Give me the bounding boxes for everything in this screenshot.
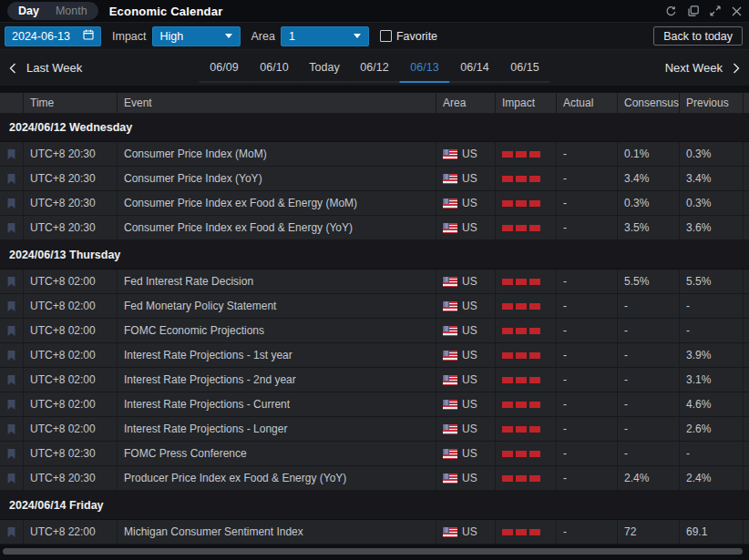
bookmark-cell[interactable]: [0, 319, 23, 342]
week-day-tab[interactable]: 06/14: [450, 58, 500, 83]
impact-bars: [502, 451, 540, 457]
event-name: Interest Rate Projections - Longer: [117, 417, 436, 441]
event-name: Consumer Price Index ex Food & Energy (M…: [117, 191, 436, 215]
event-time: UTC+8 20:30: [23, 466, 117, 490]
expand-icon[interactable]: [710, 5, 721, 16]
impact-bars: [502, 328, 540, 334]
next-week-button[interactable]: Next Week: [665, 61, 740, 75]
bookmark-cell[interactable]: [0, 294, 23, 318]
impact-label: Impact: [112, 30, 147, 43]
us-flag-icon: [443, 473, 457, 484]
event-row[interactable]: UTC+8 02:30 FOMC Press Conference US - -…: [0, 442, 749, 466]
toggle-month[interactable]: Month: [47, 2, 96, 20]
event-name: FOMC Press Conference: [117, 442, 436, 465]
window-controls: [665, 5, 742, 17]
impact-bars: [502, 402, 540, 408]
bookmark-cell[interactable]: [0, 142, 23, 166]
event-area: US: [436, 294, 495, 318]
row-gutter: [743, 294, 749, 318]
header-gutter: [743, 93, 749, 113]
refresh-icon[interactable]: [665, 5, 677, 17]
bookmark-cell[interactable]: [0, 466, 23, 490]
area-select[interactable]: 1: [281, 26, 369, 46]
event-row[interactable]: UTC+8 20:30 Producer Price Index ex Food…: [0, 466, 749, 491]
event-row[interactable]: UTC+8 20:30 Consumer Price Index ex Food…: [0, 191, 749, 216]
row-gutter: [743, 442, 749, 465]
week-day-tab[interactable]: 06/15: [500, 58, 550, 83]
impact-bars: [502, 200, 540, 207]
bookmark-cell[interactable]: [0, 520, 23, 544]
event-area: US: [436, 142, 495, 166]
event-row[interactable]: UTC+8 02:00 Interest Rate Projections - …: [0, 417, 749, 442]
event-row[interactable]: UTC+8 02:00 Fed Interest Rate Decision U…: [0, 270, 749, 294]
week-day-tab[interactable]: 06/13: [400, 58, 450, 83]
table-header: Time Event Area Impact Actual Consensus …: [0, 93, 749, 113]
area-code: US: [462, 148, 477, 160]
event-impact: [495, 442, 556, 465]
popout-icon[interactable]: [688, 5, 699, 16]
favorite-checkbox[interactable]: Favorite: [380, 30, 437, 43]
event-name: Interest Rate Projections - 2nd year: [117, 368, 436, 392]
area-code: US: [462, 349, 477, 361]
event-name: Michigan Consumer Sentiment Index: [117, 520, 436, 544]
event-row[interactable]: UTC+8 02:00 FOMC Economic Projections US…: [0, 319, 749, 343]
event-consensus: -: [617, 343, 679, 367]
area-label: Area: [251, 30, 275, 43]
bookmark-cell[interactable]: [0, 343, 23, 367]
date-picker[interactable]: 2024-06-13: [5, 26, 101, 46]
close-icon[interactable]: [732, 6, 742, 16]
event-time: UTC+8 02:30: [23, 442, 117, 465]
event-impact: [495, 466, 556, 490]
event-row[interactable]: UTC+8 20:30 Consumer Price Index (YoY) U…: [0, 167, 749, 191]
toggle-day[interactable]: Day: [10, 2, 47, 20]
row-gutter: [743, 167, 749, 190]
event-actual: -: [556, 294, 617, 318]
event-row[interactable]: UTC+8 02:00 Interest Rate Projections - …: [0, 343, 749, 368]
col-time: Time: [23, 93, 117, 113]
impact-bars: [502, 529, 540, 535]
row-gutter: [743, 343, 749, 367]
week-day-tab[interactable]: 06/12: [350, 58, 400, 83]
event-row[interactable]: UTC+8 20:30 Consumer Price Index ex Food…: [0, 216, 749, 240]
row-gutter: [743, 216, 749, 239]
week-day-tab[interactable]: 06/09: [200, 58, 250, 83]
last-week-button[interactable]: Last Week: [9, 61, 82, 75]
event-impact: [495, 270, 556, 293]
event-actual: -: [556, 442, 617, 465]
bookmark-cell[interactable]: [0, 417, 23, 441]
bookmark-cell[interactable]: [0, 392, 23, 416]
event-consensus: 3.4%: [617, 167, 679, 190]
event-impact: [495, 294, 556, 318]
event-row[interactable]: UTC+8 02:00 Interest Rate Projections - …: [0, 392, 749, 417]
us-flag-icon: [443, 223, 457, 233]
event-row[interactable]: UTC+8 02:00 Fed Monetary Policy Statemen…: [0, 294, 749, 319]
event-name: Interest Rate Projections - Current: [117, 392, 436, 416]
back-to-today-button[interactable]: Back to today: [653, 26, 743, 46]
event-row[interactable]: UTC+8 22:00 Michigan Consumer Sentiment …: [0, 520, 749, 545]
bookmark-cell[interactable]: [0, 191, 23, 215]
event-previous: 3.9%: [679, 343, 743, 367]
impact-select[interactable]: High: [152, 26, 241, 46]
area-code: US: [462, 472, 477, 484]
week-day-label: 06/12: [360, 61, 388, 74]
event-area: US: [436, 343, 495, 367]
week-day-label: 06/13: [410, 61, 438, 74]
bookmark-cell[interactable]: [0, 167, 23, 190]
week-day-tab[interactable]: 06/10: [250, 58, 300, 83]
checkbox-icon: [380, 30, 392, 42]
filter-bar: 2024-06-13 Impact High Area 1 Favorite B…: [0, 23, 749, 50]
bookmark-cell[interactable]: [0, 442, 23, 465]
bookmark-cell[interactable]: [0, 368, 23, 392]
section-date: 2024/06/14 Friday: [9, 499, 104, 512]
event-row[interactable]: UTC+8 20:30 Consumer Price Index (MoM) U…: [0, 142, 749, 167]
horizontal-scrollbar-thumb[interactable]: [3, 548, 743, 555]
impact-bars: [502, 225, 540, 231]
bookmark-cell[interactable]: [0, 270, 23, 293]
bookmark-cell[interactable]: [0, 216, 23, 239]
bookmark-icon: [6, 473, 16, 484]
event-row[interactable]: UTC+8 02:00 Interest Rate Projections - …: [0, 368, 749, 392]
week-day-tab[interactable]: Today: [300, 58, 350, 83]
event-time: UTC+8 02:00: [23, 294, 117, 318]
bookmark-icon: [6, 300, 16, 312]
impact-bars: [502, 475, 540, 482]
